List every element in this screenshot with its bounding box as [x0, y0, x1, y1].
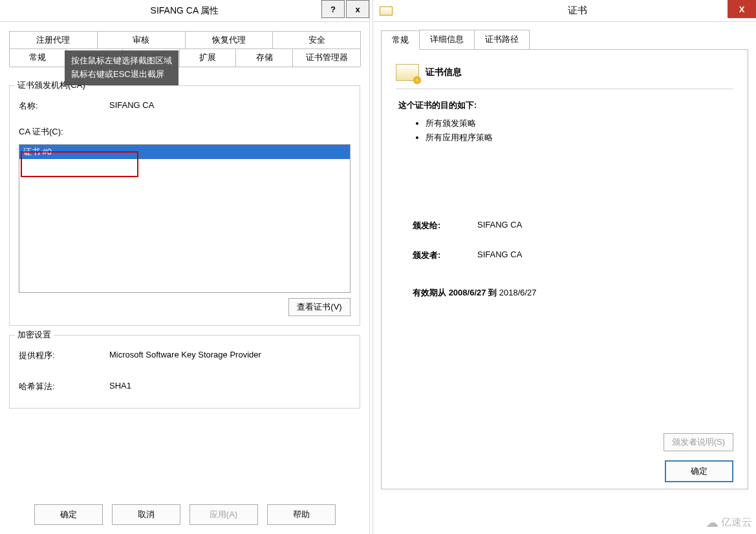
ok-button-right[interactable]: 确定 — [665, 460, 733, 482]
ok-button-left[interactable]: 确定 — [34, 504, 103, 525]
help-button-bottom[interactable]: 帮助 — [267, 504, 336, 525]
provider-label: 提供程序: — [19, 350, 109, 361]
watermark: ☁ 亿速云 — [706, 515, 752, 530]
issued-by-value: SIFANG CA — [477, 250, 522, 261]
purpose-item: 所有应用程序策略 — [426, 132, 731, 144]
tab-storage[interactable]: 存储 — [235, 48, 293, 67]
view-cert-button[interactable]: 查看证书(V) — [288, 298, 351, 316]
tab-details[interactable]: 详细信息 — [419, 30, 475, 49]
valid-from: 2008/6/27 — [449, 288, 486, 297]
ca-cert-listbox[interactable]: 证书 #0 — [19, 144, 351, 293]
ca-cert-label: CA 证书(C): — [19, 126, 109, 138]
cert-general-pane: 证书信息 这个证书的目的如下: 所有颁发策略 所有应用程序策略 颁发给: SIF… — [381, 50, 748, 489]
tab-audit[interactable]: 审核 — [97, 31, 186, 48]
tab-general[interactable]: 常规 — [9, 48, 67, 67]
tabs-right: 常规 详细信息 证书路径 — [381, 30, 748, 50]
issuance-block: 颁发给: SIFANG CA 颁发者: SIFANG CA — [396, 220, 733, 261]
tab-register-agent[interactable]: 注册代理 — [9, 31, 98, 48]
valid-mid: 到 — [488, 288, 499, 297]
group-enc-title: 加密设置 — [15, 329, 54, 341]
valid-to: 2018/6/27 — [499, 288, 537, 297]
dialog-buttons-left: 确定 取消 应用(A) 帮助 — [0, 504, 369, 525]
tab-security[interactable]: 安全 — [272, 31, 361, 48]
certificate-icon — [380, 6, 393, 16]
cert-purpose-box: 这个证书的目的如下: 所有颁发策略 所有应用程序策略 — [396, 89, 733, 149]
tab-extensions[interactable]: 扩展 — [179, 48, 237, 67]
issued-by-label: 颁发者: — [413, 250, 477, 261]
watermark-text: 亿速云 — [721, 516, 752, 529]
ca-properties-dialog: SIFANG CA 属性 ? x 注册代理 审核 恢复代理 安全 常规 策略模块… — [0, 0, 370, 534]
tooltip-line1: 按住鼠标左键选择截图区域 — [71, 54, 172, 68]
group-ca: 证书颁发机构(CA) 名称: SIFANG CA CA 证书(C): 证书 #0… — [9, 85, 360, 326]
cancel-button[interactable]: 取消 — [112, 504, 180, 525]
tab-general-right[interactable]: 常规 — [381, 30, 420, 50]
cloud-icon: ☁ — [706, 515, 718, 530]
name-label: 名称: — [19, 100, 109, 112]
issued-to-value: SIFANG CA — [477, 220, 522, 231]
titlebar-right: 证书 X — [373, 0, 756, 22]
close-button-left[interactable]: x — [346, 0, 369, 18]
validity-row: 有效期从 2008/6/27 到 2018/6/27 — [396, 287, 733, 299]
certificate-ribbon-icon — [396, 64, 419, 81]
provider-value: Microsoft Software Key Storage Provider — [109, 350, 261, 361]
title-left-text: SIFANG CA 属性 — [151, 5, 219, 17]
name-value: SIFANG CA — [109, 100, 154, 112]
group-encryption: 加密设置 提供程序: Microsoft Software Key Storag… — [9, 335, 360, 409]
screenshot-tooltip: 按住鼠标左键选择截图区域 鼠标右键或ESC退出截屏 — [65, 50, 178, 85]
cert-list-item[interactable]: 证书 #0 — [19, 145, 350, 159]
tab-cert-path[interactable]: 证书路径 — [474, 30, 530, 49]
issuer-statement-button: 颁发者说明(S) — [664, 433, 733, 451]
tab-recovery-agent[interactable]: 恢复代理 — [185, 31, 274, 48]
hash-value: SHA1 — [109, 381, 131, 392]
apply-button: 应用(A) — [189, 504, 258, 525]
close-button-right[interactable]: X — [728, 0, 756, 18]
certificate-dialog: 证书 X 常规 详细信息 证书路径 证书信息 这个证书的目的如下: 所有颁发策略… — [373, 0, 756, 534]
help-button[interactable]: ? — [321, 0, 345, 18]
titlebar-left: SIFANG CA 属性 ? x — [0, 0, 369, 22]
tooltip-line2: 鼠标右键或ESC退出截屏 — [71, 68, 172, 81]
tab-cert-manager[interactable]: 证书管理器 — [292, 48, 361, 67]
cert-info-title: 证书信息 — [426, 67, 462, 78]
tabs-left: 注册代理 审核 恢复代理 安全 常规 策略模块 退出模块 扩展 存储 证书管理器 — [0, 22, 369, 67]
purpose-item: 所有颁发策略 — [426, 118, 731, 129]
hash-label: 哈希算法: — [19, 381, 109, 392]
valid-prefix: 有效期从 — [413, 288, 449, 297]
title-right-text: 证书 — [399, 5, 756, 17]
purpose-label: 这个证书的目的如下: — [398, 100, 731, 111]
issued-to-label: 颁发给: — [413, 220, 477, 231]
